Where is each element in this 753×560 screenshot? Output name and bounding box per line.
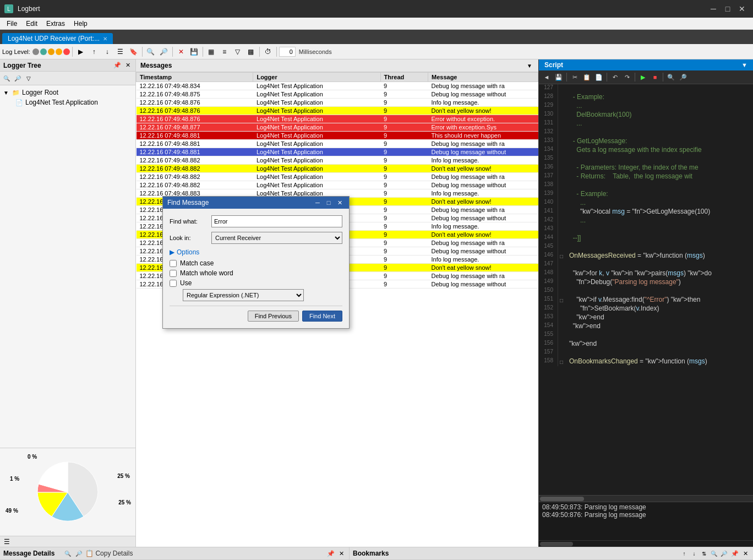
tree-search-btn[interactable]: 🔍 xyxy=(2,73,12,83)
tab-log4net[interactable]: Log4Net UDP Receiver (Port:... ✕ xyxy=(2,33,113,44)
script-paste-btn[interactable]: 📄 xyxy=(593,72,604,83)
table-row[interactable]: 12.22.16 07:49:48.876Log4Net Test Applic… xyxy=(137,107,538,115)
table-row[interactable]: 12.22.16 07:49:48.881Log4Net Test Applic… xyxy=(137,140,538,148)
find-what-input[interactable] xyxy=(211,215,342,227)
table-row[interactable]: 12.22.16 07:49:48.876Log4Net Test Applic… xyxy=(137,99,538,107)
find-next-button[interactable]: Find Next xyxy=(302,311,342,322)
msg-details-panel: Message Details 🔍 🔎 📋 Copy Details 📌 ✕ L… xyxy=(0,547,350,560)
menu-extras[interactable]: Extras xyxy=(42,19,69,29)
stats-btn[interactable]: ▩ xyxy=(245,46,257,58)
find-dialog-maximize[interactable]: □ xyxy=(324,199,334,206)
script-undo-btn[interactable]: ↶ xyxy=(609,72,620,83)
lines-btn[interactable]: ≡ xyxy=(219,46,231,58)
bookmark-btn[interactable]: 🔖 xyxy=(128,46,140,58)
down-btn[interactable]: ↓ xyxy=(101,46,113,58)
look-in-select[interactable]: Current Receiver xyxy=(211,232,342,244)
line-expand-icon xyxy=(558,234,565,243)
find-dialog-minimize[interactable]: ─ xyxy=(313,199,323,206)
details-search-btn[interactable]: 🔍 xyxy=(63,549,72,558)
script-cut-btn[interactable]: ✂ xyxy=(569,72,580,83)
close-panel-btn[interactable]: ✕ xyxy=(124,61,132,69)
script-log-hscroll[interactable] xyxy=(539,540,753,547)
bm-nav-up-btn[interactable]: ↑ xyxy=(680,549,689,558)
code-line: 128 - Example: xyxy=(539,93,753,102)
grid-btn[interactable]: ▦ xyxy=(205,46,217,58)
level-info-dot[interactable] xyxy=(48,48,54,55)
line-expand-icon[interactable]: □ xyxy=(558,296,565,305)
find-previous-button[interactable]: Find Previous xyxy=(248,311,299,322)
script-redo-btn[interactable]: ↷ xyxy=(621,72,632,83)
zoom-out-btn[interactable]: 🔎 xyxy=(158,46,170,58)
table-row[interactable]: 12.22.16 07:49:48.876Log4Net Test Applic… xyxy=(137,115,538,123)
save-btn[interactable]: 💾 xyxy=(188,46,200,58)
script-search-btn[interactable]: 🔍 xyxy=(665,72,676,83)
table-row[interactable]: 12.22.16 07:49:48.882Log4Net Test Applic… xyxy=(137,173,538,181)
match-case-checkbox[interactable] xyxy=(170,260,177,267)
details-zoom-btn[interactable]: 🔎 xyxy=(74,549,83,558)
close-button[interactable]: ✕ xyxy=(735,2,749,15)
tab-close-icon[interactable]: ✕ xyxy=(103,36,107,42)
code-line: 136 - Parameters: Integer, the index of … xyxy=(539,164,753,172)
maximize-button[interactable]: □ xyxy=(721,2,734,15)
bm-nav-down-btn[interactable]: ↓ xyxy=(690,549,699,558)
bm-zoom-btn[interactable]: 🔎 xyxy=(719,549,728,558)
script-copy-btn[interactable]: 📋 xyxy=(581,72,592,83)
script-dropdown-btn[interactable]: ▼ xyxy=(741,62,747,68)
details-close-btn[interactable]: ✕ xyxy=(337,550,346,558)
left-status-btn[interactable]: ☰ xyxy=(2,537,11,546)
line-expand-icon[interactable]: □ xyxy=(558,357,565,366)
up-btn[interactable]: ↑ xyxy=(88,46,100,58)
table-row[interactable]: 12.22.16 07:49:48.882Log4Net Test Applic… xyxy=(137,181,538,189)
level-debug-dot[interactable] xyxy=(40,48,47,55)
table-row[interactable]: 12.22.16 07:49:48.882Log4Net Test Applic… xyxy=(137,156,538,165)
script-hscroll[interactable] xyxy=(539,495,753,502)
regex-select[interactable]: Regular Expression (.NET) xyxy=(183,289,304,301)
script-stop-btn[interactable]: ■ xyxy=(650,72,661,83)
bm-search-btn[interactable]: 🔍 xyxy=(710,549,718,558)
table-row[interactable]: 12.22.16 07:49:48.875Log4Net Test Applic… xyxy=(137,90,538,99)
level-error-dot[interactable] xyxy=(63,48,70,55)
script-back-btn[interactable]: ◄ xyxy=(541,72,552,83)
line-content: --]] xyxy=(565,234,581,243)
script-content[interactable]: 127 128 - Example:129 ...130 DelBookmark… xyxy=(539,84,753,495)
table-row[interactable]: 12.22.16 07:49:48.881Log4Net Test Applic… xyxy=(137,132,538,140)
tree-zoom-btn[interactable]: 🔎 xyxy=(13,73,23,83)
menu-help[interactable]: Help xyxy=(69,19,92,29)
script-run-btn[interactable]: ▶ xyxy=(637,72,648,83)
tree-root[interactable]: ▼ 📁 Logger Root xyxy=(2,88,133,97)
find-dialog-close[interactable]: ✕ xyxy=(335,199,345,206)
bm-close-btn[interactable]: ✕ xyxy=(741,550,750,558)
table-row[interactable]: 12.22.16 07:49:48.882Log4Net Test Applic… xyxy=(137,165,538,173)
tree-child[interactable]: 📄 Log4Net Test Application xyxy=(2,97,133,107)
level-trace-dot[interactable] xyxy=(32,48,39,55)
table-row[interactable]: 12.22.16 07:49:48.877Log4Net Test Applic… xyxy=(137,123,538,132)
line-expand-icon[interactable]: □ xyxy=(558,252,565,260)
table-row[interactable]: 12.22.16 07:49:48.881Log4Net Test Applic… xyxy=(137,148,538,156)
tree-filter-btn[interactable]: ▽ xyxy=(24,73,34,83)
time-btn[interactable]: ⏱ xyxy=(262,46,274,58)
bm-nav-all-btn[interactable]: ⇅ xyxy=(700,549,708,558)
menu-file[interactable]: File xyxy=(2,19,21,29)
menu-edit[interactable]: Edit xyxy=(21,19,42,29)
minimize-button[interactable]: ─ xyxy=(707,2,720,15)
copy-details-button[interactable]: 📋 Copy Details xyxy=(85,550,133,557)
pin-btn[interactable]: 📌 xyxy=(112,61,123,69)
match-whole-word-checkbox[interactable] xyxy=(170,270,177,277)
script-replace-btn[interactable]: 🔎 xyxy=(678,72,689,83)
details-pin-btn[interactable]: 📌 xyxy=(325,550,336,558)
filter-btn[interactable]: ▽ xyxy=(232,46,244,58)
use-checkbox[interactable] xyxy=(170,280,177,287)
script-save-btn[interactable]: 💾 xyxy=(553,72,564,83)
bm-pin-btn[interactable]: 📌 xyxy=(729,550,740,558)
zoom-in-btn[interactable]: 🔍 xyxy=(145,46,157,58)
sep6 xyxy=(276,47,277,57)
level-warn-dot[interactable] xyxy=(56,48,62,55)
clear-btn[interactable]: ✕ xyxy=(175,46,187,58)
line-content: ... xyxy=(565,102,582,111)
table-row[interactable]: 12.22.16 07:49:48.834Log4Net Test Applic… xyxy=(137,82,538,90)
options-toggle[interactable]: ▶ Options xyxy=(170,248,342,256)
play-btn[interactable]: ▶ xyxy=(75,46,87,58)
list-btn[interactable]: ☰ xyxy=(114,46,127,58)
script-log[interactable]: 08:49:50:873: Parsing log message08:49:5… xyxy=(539,502,753,540)
messages-dropdown[interactable]: ▼ xyxy=(525,61,534,70)
